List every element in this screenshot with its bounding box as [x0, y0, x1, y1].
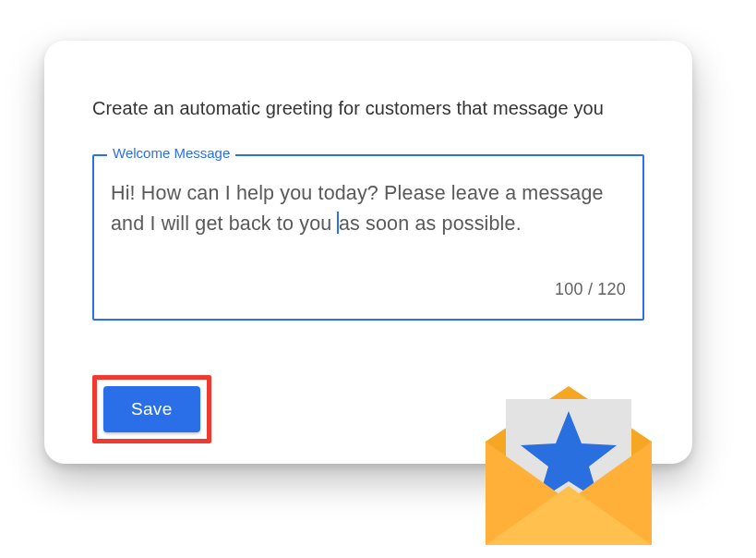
count-max: 120 — [597, 280, 626, 298]
save-button-highlight: Save — [92, 375, 211, 443]
svg-rect-0 — [506, 399, 631, 517]
count-current: 100 — [555, 280, 583, 298]
prompt-text: Create an automatic greeting for custome… — [92, 98, 644, 119]
greeting-settings-card: Create an automatic greeting for custome… — [44, 41, 692, 464]
character-counter: 100 / 120 — [111, 280, 626, 299]
save-button[interactable]: Save — [103, 386, 200, 432]
envelope-star-icon — [476, 360, 661, 554]
text-after-caret: as soon as possible. — [339, 212, 522, 235]
welcome-message-input[interactable]: Hi! How can I help you today? Please lea… — [111, 178, 626, 271]
welcome-message-field[interactable]: Welcome Message Hi! How can I help you t… — [92, 154, 644, 321]
field-label: Welcome Message — [107, 145, 235, 161]
count-sep: / — [583, 280, 598, 298]
